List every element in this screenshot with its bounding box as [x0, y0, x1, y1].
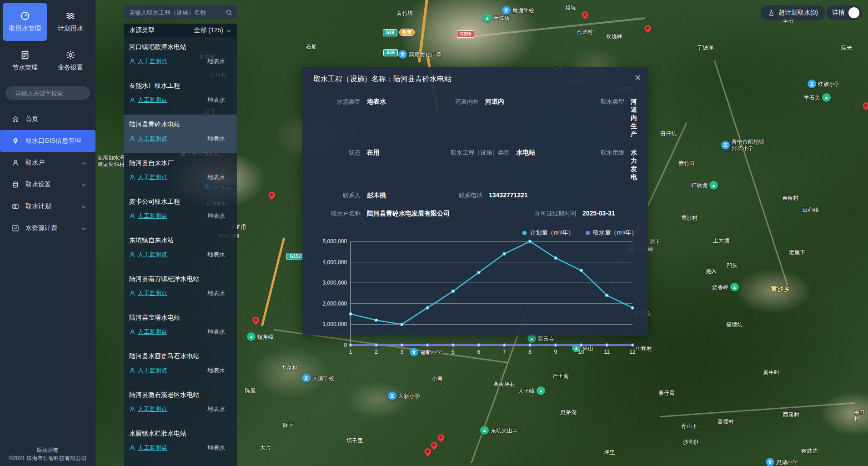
intake-detail-modal: 取水工程（设施）名称：陆河县青砼水电站 × 水源类型地表水河道内外河道内取水类型… [302, 67, 648, 336]
map-poi: 文红旗小学 [808, 80, 840, 88]
intake-list-item[interactable]: 陆河县自来水厂人工监测点地表水 [124, 153, 237, 192]
manual-monitor-link[interactable]: 人工监测点 [129, 366, 167, 375]
facility-marker-pin[interactable] [580, 10, 590, 20]
sidebar-item-home[interactable]: 首页 [0, 108, 95, 130]
intake-list-item[interactable]: 陆河县南万镇杞洋水电站人工监测点地表水 [124, 269, 237, 308]
road-badge: 收费 [399, 29, 415, 36]
module-gauge-button[interactable]: 取用水管理 [3, 3, 47, 41]
detail-field: 取水用途水力发电 [577, 149, 637, 181]
facility-marker-pin[interactable] [643, 24, 652, 33]
sidebar-item-label: 首页 [25, 115, 38, 123]
sidebar-search[interactable] [5, 86, 90, 100]
intake-list: 水源类型 全部 (125) 河口镇唱歌潭水电站人工监测点地表水友能水厂取水工程人… [124, 24, 237, 466]
manual-monitor-link[interactable]: 人工监测点 [129, 212, 167, 220]
field-value: 地表水 [367, 98, 386, 106]
sidebar-item-chart[interactable]: 水资源计费 [0, 217, 95, 239]
over-plan-intake-button[interactable]: 超计划取水(0) [761, 5, 825, 20]
facility-marker-pin[interactable] [429, 441, 439, 450]
manual-monitor-link[interactable]: 人工监测点 [129, 173, 167, 181]
map-label: 陇下 [283, 422, 294, 428]
intake-list-item[interactable]: 河口镇唱歌潭水电站人工监测点地表水 [124, 37, 237, 76]
doc-icon [20, 50, 30, 60]
svg-text:0: 0 [344, 342, 347, 348]
water-source-type: 地表水 [207, 444, 231, 452]
detail-field: 联系人彭木桃 [313, 191, 435, 200]
intake-search-input[interactable] [128, 9, 222, 16]
map-poi: 文大溪学校 [302, 374, 334, 382]
manual-monitor-link[interactable]: 人工监测点 [129, 328, 167, 336]
facility-marker-pin[interactable] [267, 190, 276, 200]
person-icon [129, 135, 135, 142]
intake-search[interactable] [124, 5, 237, 19]
intake-name: 陆河县南万镇杞洋水电站 [129, 275, 231, 283]
intake-list-item[interactable]: 陆河县青砼水电站人工监测点地表水 [124, 115, 237, 153]
module-doc-button[interactable]: 节水管理 [3, 42, 47, 80]
module-gear-button[interactable]: 业务设置 [48, 42, 93, 80]
detail-toggle[interactable]: 详情 [826, 5, 862, 20]
facility-marker-pin[interactable] [423, 447, 432, 456]
water-source-type: 地表水 [207, 135, 231, 143]
toggle-knob[interactable] [848, 7, 859, 18]
detail-field: 许可证过期时间2025-03-31 [517, 210, 637, 218]
detail-field: 取水类型河道内生产 [577, 98, 637, 139]
facility-marker-pin[interactable] [436, 433, 446, 442]
legend-label: 取水量（m³/年） [593, 229, 637, 237]
manual-monitor-link[interactable]: 人工监测点 [129, 251, 167, 259]
facility-marker-pin[interactable] [861, 101, 868, 110]
map-label: 田仔坑 [660, 130, 677, 137]
map-poi: 文普宁市船埔镇 河坑小学 [721, 139, 764, 151]
svg-text:2,000,000: 2,000,000 [323, 301, 347, 307]
map-poi: 文墩塘学校 [502, 6, 534, 15]
module-waves-button[interactable]: 计划用水 [48, 3, 93, 41]
mountain-pin-icon: ▲ [480, 426, 489, 435]
facility-marker-pin[interactable] [251, 316, 261, 325]
sidebar-search-input[interactable] [15, 90, 85, 97]
legend-item[interactable]: 取水量（m³/年） [586, 229, 637, 237]
sidebar-item-db[interactable]: 取水设置 [0, 174, 95, 195]
intake-list-item[interactable]: 麦卡公司取水工程人工监测点地表水 [124, 192, 237, 230]
map-label-text: 墩塘学校 [512, 7, 534, 14]
manual-monitor-link[interactable]: 人工监测点 [129, 57, 167, 65]
map-label-text: 螺角嶂 [257, 334, 274, 340]
manual-monitor-link[interactable]: 人工监测点 [129, 289, 167, 297]
field-value: 河道内生产 [631, 98, 637, 139]
manual-monitor-link[interactable]: 人工监测点 [129, 96, 167, 104]
intake-list-item[interactable]: 友能水厂取水工程人工监测点地表水 [124, 76, 237, 115]
map-label: 思茅湖 [560, 409, 577, 416]
close-icon[interactable]: × [635, 73, 641, 83]
sidebar-item-label: 取水设置 [25, 180, 51, 189]
mountain-pin-icon: ▲ [247, 332, 256, 341]
intake-name: 东坑镇自来水站 [129, 236, 231, 245]
sidebar-item-user[interactable]: 取水户 [0, 152, 95, 174]
map-label: 汕尾御水湾 温泉度假村 [97, 155, 125, 167]
map-label: 石船 [306, 44, 317, 50]
intake-name: 河口镇唱歌潭水电站 [129, 43, 231, 51]
map-label: 小南 [432, 375, 443, 381]
filter-value-dropdown[interactable]: 全部 (125) [194, 26, 231, 35]
intake-list-item[interactable]: 水唇镇水栏肚水电站人工监测点地表水 [124, 424, 237, 462]
line-chart: 01,000,0002,000,0003,000,0004,000,0005,0… [313, 238, 637, 357]
water-source-type: 地表水 [207, 57, 231, 65]
search-icon[interactable] [226, 9, 232, 16]
school-pin-icon: 文 [808, 80, 816, 88]
svg-text:3,000,000: 3,000,000 [323, 280, 347, 286]
manual-monitor-link[interactable]: 人工监测点 [129, 405, 167, 413]
field-label: 取水工程（设施）类型 [431, 149, 510, 157]
sidebar-item-pin[interactable]: 取水口GIS信息管理 [0, 130, 95, 152]
map-label: 高树坪村 [493, 381, 515, 387]
manual-monitor-link[interactable]: 人工监测点 [129, 135, 167, 143]
map-label: 吉告村 [782, 195, 798, 201]
person-icon [129, 290, 135, 296]
intake-name: 陆河县自来水厂 [129, 159, 231, 167]
svg-text:8: 8 [528, 349, 532, 355]
legend-item[interactable]: 计划量（m³/年） [522, 229, 574, 237]
intake-list-item[interactable]: 东坑镇自来水站人工监测点地表水 [124, 230, 237, 269]
intake-list-item[interactable]: 陆河县水唇走马石水电站人工监测点地表水 [124, 346, 237, 385]
intake-list-item[interactable]: 陆河县激石溪老区水电站人工监测点地表水 [124, 385, 237, 424]
copyright: 版权所有 ©2021 珠海市仁智科技有限公司 [0, 446, 95, 462]
map-poi: ▲东坑尖山寺 [480, 426, 518, 435]
manual-monitor-link[interactable]: 人工监测点 [129, 444, 167, 452]
sidebar-item-card[interactable]: 取水计划 [0, 195, 95, 217]
intake-list-item[interactable]: 陆河县宝塔水电站人工监测点地表水 [124, 308, 237, 346]
svg-text:4: 4 [426, 349, 429, 355]
